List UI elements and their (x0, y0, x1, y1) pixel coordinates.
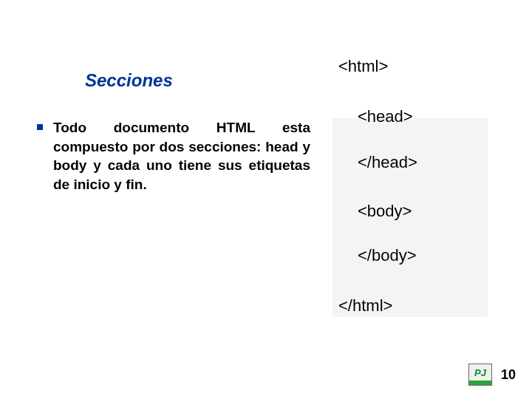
tag-head-close: </head> (337, 151, 483, 174)
content-row: Todo documento HTML esta compuesto por d… (37, 118, 488, 317)
tag-body-close: </body> (337, 245, 483, 267)
logo-bar (469, 381, 491, 385)
tag-head-open: <head> (337, 106, 483, 128)
bullet-square-icon (37, 124, 43, 130)
page-number: 10 (501, 367, 516, 383)
logo-icon: PJ (468, 364, 492, 386)
text-column: Todo documento HTML esta compuesto por d… (37, 118, 310, 317)
tag-html-close: </html> (337, 295, 483, 317)
tag-html-open: <html> (337, 55, 483, 78)
logo-text: PJ (469, 364, 491, 381)
tag-body-open: <body> (337, 200, 483, 222)
html-tags-panel: <html> <head> </head> <body> </body> </h… (332, 118, 488, 317)
footer: PJ 10 (468, 364, 516, 386)
slide-title: Secciones (85, 70, 173, 91)
bullet-item: Todo documento HTML esta compuesto por d… (37, 118, 310, 194)
bullet-text: Todo documento HTML esta compuesto por d… (53, 118, 310, 194)
